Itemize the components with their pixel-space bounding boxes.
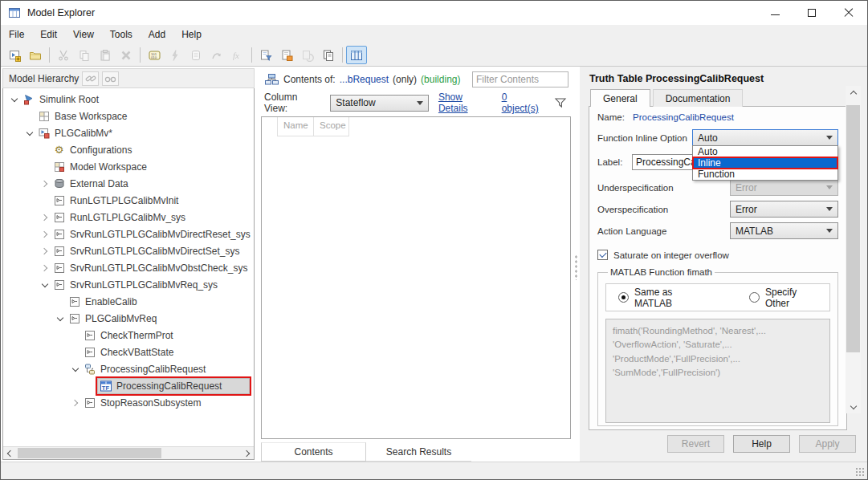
tree-item-content: RunLGTLPLGCalibMv_sys	[51, 210, 189, 225]
menu-item-file[interactable]: File	[1, 25, 32, 44]
new-model-button[interactable]	[4, 46, 25, 64]
open-folder-button[interactable]	[25, 46, 46, 64]
scrollbar-track[interactable]	[846, 99, 861, 401]
expander-right-icon[interactable]	[39, 215, 51, 220]
resize-grip-icon[interactable]	[856, 468, 865, 477]
column-view-select[interactable]: Stateflow	[330, 95, 429, 112]
tree-item-srvrunlgtlplgcalibmvobstcheck-sys[interactable]: SrvRunLGTLPLGCalibMvObstCheck_sys	[3, 259, 254, 276]
tree-item-external-data[interactable]: External Data	[3, 175, 254, 192]
tree-item-simulink-root[interactable]: Simulink Root	[3, 91, 254, 108]
copy-object-button[interactable]	[318, 46, 339, 64]
tree-item-processingcalibrequest[interactable]: TFProcessingCalibRequest	[3, 377, 254, 394]
function-inline-option-select[interactable]: Auto	[692, 129, 838, 146]
hierarchy-horizontal-scrollbar[interactable]	[3, 446, 254, 459]
menu-item-add[interactable]: Add	[141, 25, 173, 44]
scroll-left-button[interactable]	[3, 447, 16, 459]
help-button[interactable]: Help	[733, 435, 790, 453]
scrollbar-thumb[interactable]	[846, 105, 860, 352]
column-header-name[interactable]: Name	[277, 117, 314, 136]
expander-right-icon[interactable]	[39, 266, 51, 271]
tree-item-checkvbattstate[interactable]: CheckVBattState	[3, 344, 254, 360]
tree-item-srvrunlgtlplgcalibmvdirectset-sys[interactable]: SrvRunLGTLPLGCalibMvDirectSet_sys	[3, 242, 254, 259]
title-bar: Model Explorer	[1, 1, 867, 25]
tree-item-content: ⚙Configurations	[51, 143, 135, 157]
add-event-button	[165, 46, 185, 64]
tree-item-content: CheckVBattState	[82, 345, 177, 360]
tree-item-content: PLGCalibMv*	[36, 126, 116, 140]
tree-item-base-workspace[interactable]: Base Workspace	[3, 108, 254, 124]
tab-contents[interactable]: Contents	[261, 442, 366, 462]
tab-search-results[interactable]: Search Results	[366, 442, 471, 462]
menu-item-view[interactable]: View	[65, 25, 102, 44]
dialog-tab-general[interactable]: General	[590, 89, 650, 107]
menu-item-help[interactable]: Help	[173, 25, 210, 44]
tree-item-plgcalibmvreq[interactable]: PLGCalibMvReq	[3, 310, 254, 327]
splitter-grip-icon	[575, 254, 577, 280]
tree-item-srvrunlgtlplgcalibmvreq-sys[interactable]: SrvRunLGTLPLGCalibMvReq_sys	[3, 276, 254, 293]
show-details-link[interactable]: Show Details	[438, 92, 492, 114]
radio-specify-other[interactable]: Specify Other	[749, 287, 817, 309]
expander-down-icon[interactable]	[39, 283, 51, 287]
expander-right-icon[interactable]	[39, 249, 51, 254]
saturate-checkbox[interactable]	[597, 250, 608, 260]
add-data-button[interactable]: 101010	[144, 46, 165, 64]
expander-down-icon[interactable]	[23, 132, 36, 135]
svg-text:fx: fx	[233, 51, 239, 60]
subsystem-icon	[52, 279, 66, 291]
expander-down-icon[interactable]	[54, 317, 67, 320]
close-button[interactable]	[830, 1, 867, 25]
tree-item-checkthermprot[interactable]: CheckThermProt	[3, 327, 254, 344]
tree-item-configurations[interactable]: ⚙Configurations	[3, 141, 254, 158]
scrollbar-thumb[interactable]	[18, 448, 161, 458]
add-property-button[interactable]	[276, 46, 297, 64]
tree-item-runlgtlplgcalibmvinit[interactable]: RunLGTLPLGCalibMvInit	[3, 192, 254, 209]
maximize-button[interactable]	[793, 1, 830, 25]
tree-item-enablecalib[interactable]: EnableCalib	[3, 293, 254, 310]
dropdown-option-auto[interactable]: Auto	[693, 146, 837, 157]
tree-item-srvrunlgtlplgcalibmvdirectreset-sys[interactable]: SrvRunLGTLPLGCalibMvDirectReset_sys	[3, 226, 254, 242]
scrollbar-track[interactable]	[16, 447, 241, 459]
filter-funnel-icon[interactable]	[554, 96, 568, 109]
radio-specify-other-label: Specify Other	[765, 287, 817, 309]
name-value[interactable]: ProcessingCalibRequest	[633, 112, 734, 122]
subsystem-icon	[52, 262, 66, 275]
expander-down-icon[interactable]	[69, 368, 82, 371]
link-button[interactable]	[82, 71, 99, 86]
contents-target-link[interactable]: ...bRequest	[340, 74, 389, 85]
tree-item-stopreasonsubsystem[interactable]: StopReasonSubsystem	[3, 394, 254, 411]
column-view-button[interactable]	[346, 46, 367, 64]
tree-item-processingcalibrequest[interactable]: ProcessingCalibRequest	[3, 360, 254, 377]
menu-item-edit[interactable]: Edit	[32, 25, 65, 44]
panel-splitter[interactable]	[573, 67, 580, 462]
filter-dialog-button[interactable]	[255, 46, 276, 64]
scroll-down-button[interactable]	[846, 401, 861, 413]
tree-item-plgcalibmv[interactable]: PLGCalibMv*	[3, 124, 254, 141]
menu-item-tools[interactable]: Tools	[102, 25, 141, 44]
minimize-button[interactable]	[756, 1, 793, 25]
find-button[interactable]	[102, 71, 119, 86]
scroll-right-button[interactable]	[241, 447, 254, 459]
tree-item-model-workspace[interactable]: Model Workspace	[3, 158, 254, 175]
dialog-vertical-scrollbar[interactable]	[846, 86, 861, 413]
tree-item-label: PLGCalibMvReq	[85, 313, 157, 324]
column-header-scope[interactable]: Scope	[313, 117, 349, 136]
dropdown-option-inline[interactable]: Inline	[693, 157, 837, 169]
dropdown-option-function[interactable]: Function	[693, 169, 837, 180]
tree-item-content: SrvRunLGTLPLGCalibMvDirectSet_sys	[51, 244, 242, 258]
object-count-link[interactable]: 0 object(s)	[502, 92, 544, 114]
tree-item-label: SrvRunLGTLPLGCalibMvDirectReset_sys	[70, 229, 251, 240]
subsystem-icon	[52, 211, 66, 224]
table-body[interactable]	[262, 136, 570, 438]
expander-right-icon[interactable]	[39, 181, 51, 186]
tree-item-runlgtlplgcalibmv-sys[interactable]: RunLGTLPLGCalibMv_sys	[3, 209, 254, 226]
action-language-select[interactable]: MATLAB	[730, 222, 838, 239]
expander-down-icon[interactable]	[8, 98, 21, 101]
radio-same-as-matlab[interactable]: Same as MATLAB	[618, 287, 705, 309]
overspecification-select[interactable]: Error	[730, 201, 838, 218]
add-transition-button	[206, 46, 227, 64]
filter-contents-input[interactable]	[472, 71, 568, 87]
tree-item-label: SrvRunLGTLPLGCalibMvObstCheck_sys	[70, 262, 247, 274]
dialog-tab-documentation[interactable]: Documentation	[653, 89, 744, 107]
expander-right-icon[interactable]	[39, 232, 51, 237]
expander-right-icon[interactable]	[69, 401, 82, 405]
